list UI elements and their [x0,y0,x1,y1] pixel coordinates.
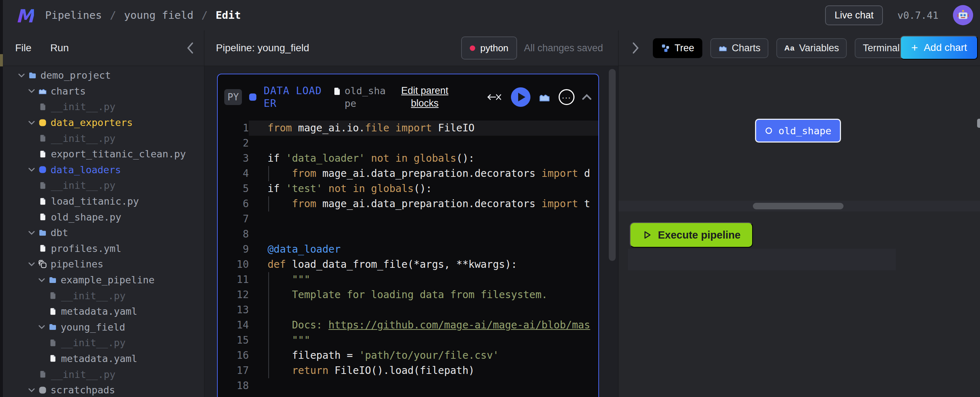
tree-item-dbt[interactable]: dbt [3,225,204,241]
line-number: 14 [218,318,249,333]
code-line-12[interactable]: 12 Template for loading data from filesy… [218,287,598,302]
file-browser: demo_projectcharts__init__.pydata_export… [3,66,204,397]
code-line-4[interactable]: 4 from mage_ai.data_preparation.decorato… [218,166,598,181]
chevron-down-icon[interactable] [18,72,25,79]
aa-icon: Aa [784,44,795,52]
code-line-17[interactable]: 17 return FileIO().load(filepath) [218,363,598,378]
code-line-10[interactable]: 10def load_data_from_file(*args, **kwarg… [218,257,598,272]
save-status: All changes saved [524,30,603,66]
code-line-8[interactable]: 8 [218,227,598,242]
folder-icon [48,275,57,285]
code-line-7[interactable]: 7 [218,211,598,227]
add-chart-button[interactable]: + Add chart [900,36,978,60]
tree-item-export-titanic-clean-py[interactable]: export_titanic_clean.py [3,146,204,162]
chevron-down-icon[interactable] [28,166,35,173]
language-badge[interactable]: python [461,37,517,60]
file-dim-icon [38,370,48,379]
breadcrumb-item-young-field[interactable]: young field [124,9,194,21]
tab-terminal[interactable]: Terminal [855,38,907,58]
tree-item-demo-project[interactable]: demo_project [3,67,204,83]
mage-logo-icon[interactable]: M [17,6,34,25]
tree-item-profiles-yml[interactable]: profiles.yml [3,241,204,257]
code-line-1[interactable]: 1from mage_ai.io.file import FileIO [218,121,598,136]
chevron-down-icon[interactable] [38,276,46,284]
code-line-9[interactable]: 9@data_loader [218,242,598,257]
tree-item-label: __init__.py [61,337,126,348]
code-line-13[interactable]: 13 [218,302,598,318]
tree-item-metadata-yaml[interactable]: metadata.yaml [3,351,204,367]
chevron-down-icon[interactable] [38,323,46,330]
tree-item-young-field[interactable]: young_field [3,319,204,335]
tree-item--init-py[interactable]: __init__.py [3,287,204,303]
tree-item-label: profiles.yml [51,243,121,254]
code-line-14[interactable]: 14 Docs: https://github.com/mage-ai/mage… [218,318,598,333]
code-line-16[interactable]: 16 filepath = 'path/to/your/file.csv' [218,348,598,363]
code-line-6[interactable]: 6 from mage_ai.data_preparation.decorato… [218,196,598,211]
code-editor[interactable]: 1from mage_ai.io.file import FileIO23if … [218,120,598,394]
tree-item-label: metadata.yaml [61,353,137,364]
chevron-down-icon[interactable] [28,260,35,268]
indent-guide [268,318,269,333]
tree-item-pipelines[interactable]: pipelines [3,256,204,272]
indent-guide [268,348,269,363]
tree-item-scratchpads[interactable]: scratchpads [3,382,204,397]
chevron-down-icon[interactable] [28,386,35,394]
canvas-horizontal-scrollbar-thumb[interactable] [753,203,843,209]
code-line-18[interactable]: 18 [218,378,598,394]
code-line-3[interactable]: 3if 'data_loader' not in globals(): [218,151,598,166]
avatar[interactable] [953,5,973,25]
expand-panel-icon[interactable] [632,42,640,54]
tab-tree[interactable]: Tree [653,38,702,58]
chevron-down-icon[interactable] [28,87,35,95]
tree-item-old-shape-py[interactable]: old_shape.py [3,209,204,225]
version-label: v0.7.41 [897,10,939,21]
tree-item-data-loaders[interactable]: data_loaders [3,162,204,178]
code-line-5[interactable]: 5if 'test' not in globals(): [218,181,598,196]
chevron-down-icon[interactable] [28,229,35,237]
tree-item--init-py[interactable]: __init__.py [3,99,204,115]
line-number: 8 [218,227,249,242]
tree-item-charts[interactable]: charts [3,83,204,99]
edit-parent-blocks-link[interactable]: Edit parent blocks [396,84,453,110]
tree-item-load-titanic-py[interactable]: load_titanic.py [3,194,204,209]
play-outline-icon [642,230,652,240]
code-line-15[interactable]: 15 """ [218,333,598,348]
add-chart-block-icon[interactable] [538,91,551,103]
graph-node-old-shape[interactable]: old_shape [755,119,841,143]
tab-variables[interactable]: AaVariables [776,38,847,58]
collapse-block-icon[interactable] [582,94,592,100]
toolbar-middle: Pipeline: young_field python All changes… [204,30,619,66]
execute-pipeline-button[interactable]: Execute pipeline [630,222,753,248]
menu-run[interactable]: Run [50,42,68,54]
tree-item--init-py[interactable]: __init__.py [3,366,204,382]
breadcrumb-item-pipelines[interactable]: Pipelines [45,9,102,21]
tree-item-label: __init__.py [61,290,126,301]
canvas-horizontal-scrollbar[interactable] [619,201,980,211]
line-number: 16 [218,348,249,363]
tree-item-label: data_loaders [51,164,121,175]
file-light-icon [48,354,58,363]
tree-item-label: example_pipeline [60,274,154,286]
code-line-2[interactable]: 2 [218,136,598,151]
collapse-sidebar-icon[interactable] [186,30,194,66]
live-chat-button[interactable]: Live chat [825,5,883,25]
tree-item--init-py[interactable]: __init__.py [3,335,204,351]
panel-vertical-scrollbar-thumb[interactable] [977,119,980,128]
data-loader-block[interactable]: PY DATA LOADER old_shape Edit parent blo… [217,74,599,397]
tree-item--init-py[interactable]: __init__.py [3,178,204,194]
more-options-icon[interactable]: ... [558,89,574,105]
tree-item--init-py[interactable]: __init__.py [3,130,204,146]
tab-charts[interactable]: Charts [710,38,769,58]
tree-item-data-exporters[interactable]: data_exporters [3,115,204,131]
editor-vertical-scrollbar[interactable] [609,69,616,261]
menu-file[interactable]: File [15,42,32,54]
code-line-11[interactable]: 11 """ [218,272,598,287]
tree-item-example-pipeline[interactable]: example_pipeline [3,272,204,288]
detach-block-icon[interactable] [487,92,504,102]
tree-item-metadata-yaml[interactable]: metadata.yaml [3,303,204,319]
run-block-button[interactable] [511,87,530,107]
folder-icon [28,71,37,80]
toolbar: FileRun Pipeline: young_field python All… [3,30,980,66]
node-status-ring-icon [765,127,773,135]
chevron-down-icon[interactable] [28,119,35,126]
